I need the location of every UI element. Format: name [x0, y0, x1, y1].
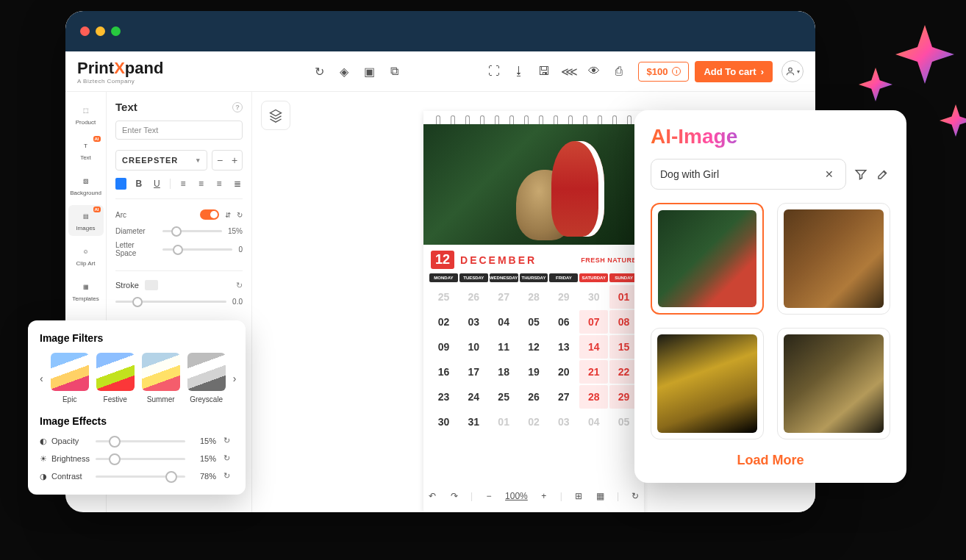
ai-result-1[interactable]: [651, 203, 764, 315]
font-size-stepper[interactable]: −+: [212, 150, 243, 170]
rail-templates[interactable]: ▦Templates: [68, 276, 104, 306]
minimize-icon[interactable]: [96, 26, 105, 36]
reset-icon[interactable]: ↻: [223, 471, 234, 481]
share-icon[interactable]: ⋘: [563, 65, 575, 77]
help-icon[interactable]: ?: [232, 102, 243, 112]
sparkle-icon: [859, 68, 892, 101]
close-icon[interactable]: [80, 26, 90, 36]
zoom-out-icon[interactable]: −: [483, 490, 495, 502]
align-center-icon[interactable]: ≡: [196, 178, 207, 190]
grid-icon[interactable]: ▦: [595, 490, 607, 502]
chevron-down-icon: ▾: [797, 68, 800, 75]
font-family-select[interactable]: CREEPSTER▾: [115, 150, 207, 170]
minus-icon[interactable]: −: [212, 151, 227, 170]
image-icon: ▤: [79, 209, 93, 223]
layers-icon[interactable]: ◈: [338, 65, 350, 77]
plus-icon[interactable]: +: [227, 151, 242, 170]
zoom-value[interactable]: 100%: [505, 491, 528, 501]
clear-icon[interactable]: ✕: [822, 167, 837, 182]
print-icon[interactable]: ⎙: [613, 65, 625, 77]
date-cell: 30: [579, 285, 608, 309]
text-input[interactable]: Enter Text: [115, 121, 243, 140]
flip-icon[interactable]: ⇵: [225, 211, 231, 219]
opacity-value: 15%: [193, 437, 216, 445]
date-cell: 17: [459, 360, 488, 384]
reset-icon[interactable]: ↻: [236, 281, 243, 290]
redo-icon[interactable]: ↷: [448, 490, 460, 502]
align-right-icon[interactable]: ≡: [214, 178, 225, 190]
chevron-right-icon[interactable]: ›: [233, 373, 237, 384]
edit-icon[interactable]: [876, 167, 890, 182]
download-icon[interactable]: ⭳: [513, 65, 525, 77]
brightness-slider[interactable]: [96, 458, 185, 460]
date-cell: 29: [549, 285, 578, 309]
chevron-left-icon[interactable]: ‹: [40, 373, 43, 384]
date-cell: 27: [490, 285, 518, 309]
ai-search-input[interactable]: Dog with Girl ✕: [651, 159, 846, 190]
date-cell: 09: [429, 335, 458, 359]
date-cell: 01: [490, 410, 518, 434]
reset-icon[interactable]: ↻: [223, 436, 234, 446]
align-left-icon[interactable]: ≡: [178, 178, 189, 190]
filter-epic[interactable]: Epic: [51, 353, 89, 403]
dow-cell: MONDAY: [429, 273, 458, 282]
contrast-slider[interactable]: [96, 475, 185, 478]
ai-result-2[interactable]: [777, 203, 890, 315]
rail-images[interactable]: AI▤Images: [68, 205, 104, 236]
align-justify-icon[interactable]: ≣: [232, 178, 243, 190]
image-box-icon[interactable]: ▣: [363, 65, 375, 77]
sparkle-icon: [895, 25, 954, 84]
reset-view-icon[interactable]: ↻: [629, 490, 641, 502]
stroke-color-swatch[interactable]: [145, 280, 158, 290]
dow-cell: FRIDAY: [549, 273, 578, 282]
maximize-icon[interactable]: [111, 26, 121, 36]
rail-text[interactable]: AITText: [68, 134, 104, 165]
date-cell: 25: [429, 285, 458, 309]
title-bar: [65, 11, 815, 51]
svg-point-0: [789, 68, 793, 71]
filter-summer[interactable]: Summer: [142, 353, 180, 403]
reset-icon[interactable]: ↻: [237, 211, 243, 219]
letter-space-value: 0: [238, 245, 243, 254]
save-icon[interactable]: 🖫: [538, 65, 550, 77]
rail-product[interactable]: ⬚Product: [68, 99, 104, 130]
date-cell: 28: [520, 285, 548, 309]
filter-icon[interactable]: [854, 167, 868, 182]
rail-background[interactable]: ▧Background: [68, 170, 104, 201]
add-to-cart-button[interactable]: Add To cart›: [695, 61, 773, 82]
filter-greyscale[interactable]: Greyscale: [187, 353, 226, 403]
reset-icon[interactable]: ↻: [223, 453, 234, 464]
rail-clipart[interactable]: ☺Clip Art: [68, 240, 104, 271]
date-cell: 07: [579, 310, 608, 334]
letter-space-slider[interactable]: [162, 248, 232, 251]
effects-title: Image Effects: [40, 415, 234, 427]
calendar-image[interactable]: [423, 124, 644, 245]
contrast-icon: ◑: [40, 472, 47, 481]
calendar-product[interactable]: 12 DECEMBER FRESH NATURE MONDAYTUESDAYWE…: [423, 111, 644, 512]
info-icon[interactable]: i: [672, 67, 681, 76]
stroke-slider[interactable]: [115, 301, 226, 303]
opacity-label: Opacity: [51, 437, 79, 445]
color-swatch[interactable]: [115, 178, 126, 190]
copy-icon[interactable]: ⧉: [388, 65, 400, 77]
fullscreen-icon[interactable]: ⛶: [488, 65, 500, 77]
account-button[interactable]: ▾: [781, 60, 804, 82]
date-cell: 31: [459, 410, 488, 434]
zoom-in-icon[interactable]: +: [538, 490, 550, 502]
smile-icon: ☺: [79, 245, 93, 258]
load-more-button[interactable]: Load More: [651, 453, 890, 468]
layers-button[interactable]: [261, 101, 290, 130]
filter-festive[interactable]: Festive: [96, 353, 135, 403]
ai-result-3[interactable]: [651, 328, 764, 439]
opacity-slider[interactable]: .fx-row .trk::after{left:15%}: [96, 440, 185, 442]
undo-icon[interactable]: ↶: [426, 490, 438, 502]
refresh-icon[interactable]: ↻: [313, 65, 325, 77]
underline-button[interactable]: U: [151, 178, 162, 190]
arc-toggle[interactable]: [200, 209, 219, 220]
preview-icon[interactable]: 👁: [588, 65, 600, 77]
bold-button[interactable]: B: [134, 178, 145, 190]
ai-result-4[interactable]: [777, 328, 890, 439]
diameter-slider[interactable]: [162, 230, 222, 232]
ruler-icon[interactable]: ⊞: [573, 490, 584, 502]
date-cell: 20: [549, 360, 578, 384]
